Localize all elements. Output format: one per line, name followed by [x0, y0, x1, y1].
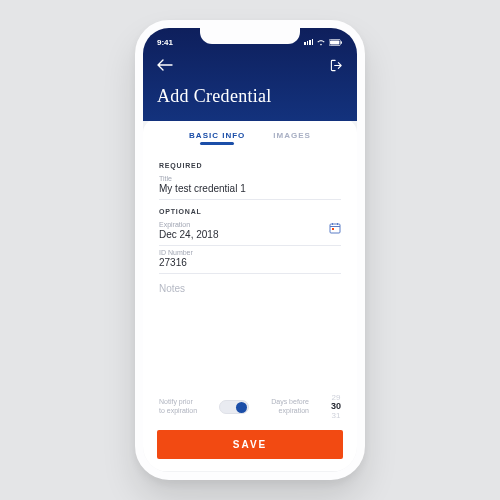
section-optional-label: OPTIONAL [159, 208, 341, 215]
expiration-field[interactable]: Expiration Dec 24, 2018 [159, 218, 341, 246]
notify-left-label: Notify prior to expiration [159, 398, 197, 416]
notify-row: Notify prior to expiration Days before e… [143, 386, 357, 426]
title-field[interactable]: Title My test credential 1 [159, 172, 341, 200]
exit-icon [330, 59, 343, 72]
tab-basic-info[interactable]: BASIC INFO [189, 131, 245, 140]
days-picker[interactable]: 29 30 31 [331, 394, 341, 420]
notify-right-label: Days before expiration [271, 398, 309, 416]
days-option-31: 31 [331, 412, 341, 420]
svg-rect-2 [341, 41, 342, 44]
svg-rect-1 [330, 40, 339, 44]
idnumber-field[interactable]: ID Number 27316 [159, 246, 341, 274]
battery-icon [329, 39, 343, 46]
save-button[interactable]: SAVE [157, 430, 343, 459]
svg-rect-3 [330, 224, 340, 233]
tab-bar: BASIC INFO IMAGES [143, 119, 357, 146]
form-area: REQUIRED Title My test credential 1 OPTI… [143, 146, 357, 386]
cellular-signal-icon [304, 39, 313, 45]
notify-toggle[interactable] [219, 400, 249, 414]
nav-bar [157, 56, 343, 74]
svg-rect-7 [332, 228, 334, 230]
notes-field[interactable]: Notes [159, 274, 341, 304]
toggle-knob [236, 402, 247, 413]
phone-frame: 9:41 Add Credential BASIC INFO IMAGES [135, 20, 365, 480]
exit-button[interactable] [330, 59, 343, 72]
expiration-value: Dec 24, 2018 [159, 229, 341, 240]
status-time: 9:41 [157, 38, 173, 47]
tab-images[interactable]: IMAGES [273, 131, 311, 140]
content-card: BASIC INFO IMAGES REQUIRED Title My test… [143, 119, 357, 471]
expiration-label: Expiration [159, 221, 341, 228]
back-button[interactable] [157, 59, 173, 71]
notes-placeholder: Notes [159, 277, 341, 299]
idnumber-label: ID Number [159, 249, 341, 256]
device-notch [200, 28, 300, 44]
back-arrow-icon [157, 59, 173, 71]
wifi-icon [316, 39, 326, 46]
title-value: My test credential 1 [159, 183, 341, 194]
calendar-icon[interactable] [329, 222, 341, 234]
title-label: Title [159, 175, 341, 182]
section-required-label: REQUIRED [159, 162, 341, 169]
idnumber-value: 27316 [159, 257, 341, 268]
page-title: Add Credential [157, 86, 343, 107]
status-indicators [304, 39, 343, 46]
